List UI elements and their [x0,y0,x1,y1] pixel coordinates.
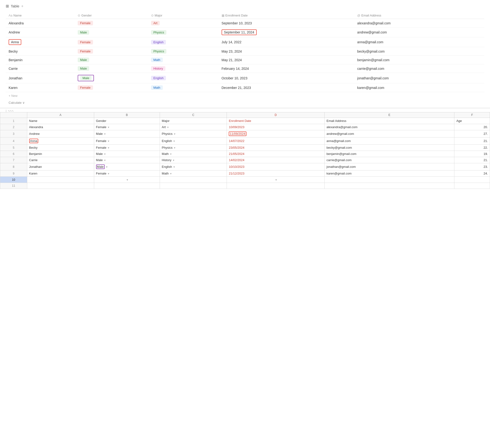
spreadsheet-cell-3-e[interactable]: andrew@gmail.com [324,130,454,137]
notion-cell-major[interactable]: Physics [148,47,219,56]
notion-cell-date[interactable]: December 21, 2023 [219,83,354,92]
spreadsheet-cell-2-e[interactable]: alexandra@gmail.com [324,124,454,130]
spreadsheet-cell-2-c[interactable]: Art▼ [160,124,227,130]
spreadsheet-cell-11-e[interactable] [324,183,454,189]
notion-cell-email[interactable]: becky@gmail.com [354,47,484,56]
notion-cell-email[interactable]: karen@gmail.com [354,83,484,92]
spreadsheet-cell-2-b[interactable]: Female▼ [94,124,160,130]
notion-cell-email[interactable]: jonathan@gmail.com [354,73,484,83]
notion-cell-major[interactable]: History [148,64,219,73]
spreadsheet-cell-10-e[interactable] [324,177,454,183]
notion-cell-date[interactable]: September 11, 2024 [219,27,354,37]
spreadsheet-cell-6-b[interactable]: Male▼ [94,151,160,157]
notion-cell-major[interactable]: Math [148,83,219,92]
spreadsheet-cell-4-a[interactable]: Anna [27,137,94,145]
spreadsheet-cell-10-a[interactable] [27,177,94,183]
spreadsheet-cell-8-f[interactable]: 23. [454,163,490,170]
notion-cell-major[interactable]: Math [148,56,219,64]
notion-cell-gender[interactable]: Male [75,27,148,37]
spreadsheet-cell-5-c[interactable]: Physics▼ [160,145,227,151]
spreadsheet-cell-4-f[interactable]: 21. [454,137,490,145]
spreadsheet-cell-5-f[interactable]: 22. [454,145,490,151]
spreadsheet-cell-6-a[interactable]: Benjamin [27,151,94,157]
spreadsheet-cell-7-b[interactable]: Male▼ [94,157,160,163]
spreadsheet-cell-1-c[interactable]: Major [160,118,227,124]
notion-cell-email[interactable]: andrew@gmail.com [354,27,484,37]
notion-cell-name[interactable]: Becky [6,47,75,56]
spreadsheet-cell-9-f[interactable]: 24. [454,170,490,177]
spreadsheet-cell-5-b[interactable]: Female▼ [94,145,160,151]
spreadsheet-cell-11-b[interactable] [94,183,160,189]
spreadsheet-cell-11-c[interactable] [160,183,227,189]
notion-cell-gender[interactable]: Male [75,56,148,64]
spreadsheet-cell-2-a[interactable]: Alexandra [27,124,94,130]
spreadsheet-cell-2-d[interactable]: 10/09/2023 [227,124,324,130]
notion-cell-date[interactable]: May 21, 2024 [219,56,354,64]
notion-cell-name[interactable]: Benjamin [6,56,75,64]
notion-cell-gender[interactable]: Male [75,73,148,83]
spreadsheet-cell-10-c[interactable] [160,177,227,183]
spreadsheet-cell-3-d[interactable]: 11/09/2024 [227,130,324,137]
spreadsheet-cell-5-a[interactable]: Becky [27,145,94,151]
notion-cell-major[interactable]: Art [148,19,219,27]
spreadsheet-cell-7-d[interactable]: 14/02/2024 [227,157,324,163]
add-table-button[interactable]: + [21,4,23,8]
notion-cell-name[interactable]: Carrie [6,64,75,73]
spreadsheet-cell-3-c[interactable]: Physics▼ [160,130,227,137]
spreadsheet-cell-11-f[interactable] [454,183,490,189]
spreadsheet-cell-6-e[interactable]: benjamin@gmail.com [324,151,454,157]
spreadsheet-cell-6-d[interactable]: 21/05/2024 [227,151,324,157]
spreadsheet-cell-1-b[interactable]: Gender [94,118,160,124]
spreadsheet-cell-10-b[interactable]: ▼ [94,177,160,183]
spreadsheet-cell-8-a[interactable]: Jonathan [27,163,94,170]
spreadsheet-cell-3-a[interactable]: Andrew [27,130,94,137]
calculate-button[interactable]: Calculate ∨ [6,99,484,106]
notion-cell-major[interactable]: Physics [148,27,219,37]
notion-cell-major[interactable]: English [148,37,219,47]
spreadsheet-cell-11-a[interactable] [27,183,94,189]
spreadsheet-cell-4-e[interactable]: anna@gmail.com [324,137,454,145]
spreadsheet-cell-9-b[interactable]: Female▼ [94,170,160,177]
spreadsheet-cell-6-c[interactable]: Math▼ [160,151,227,157]
spreadsheet-cell-7-e[interactable]: carrie@gmail.com [324,157,454,163]
spreadsheet-cell-2-f[interactable]: 20. [454,124,490,130]
spreadsheet-cell-4-c[interactable]: English▼ [160,137,227,145]
notion-cell-date[interactable]: May 23, 2024 [219,47,354,56]
notion-cell-gender[interactable]: Female [75,47,148,56]
spreadsheet-cell-4-b[interactable]: Female▼ [94,137,160,145]
spreadsheet-cell-1-d[interactable]: Enrollment Date [227,118,324,124]
spreadsheet-cell-8-c[interactable]: English▼ [160,163,227,170]
spreadsheet-cell-1-a[interactable]: Name [27,118,94,124]
spreadsheet-cell-8-b[interactable]: Male▼ [94,163,160,170]
notion-cell-gender[interactable]: Female [75,19,148,27]
notion-cell-major[interactable]: English [148,73,219,83]
spreadsheet-cell-3-f[interactable]: 27. [454,130,490,137]
notion-cell-email[interactable]: carrie@gmail.com [354,64,484,73]
spreadsheet-cell-7-a[interactable]: Carrie [27,157,94,163]
spreadsheet-cell-10-f[interactable] [454,177,490,183]
notion-cell-name[interactable]: Anna [6,37,75,47]
spreadsheet-cell-9-d[interactable]: 21/12/2023 [227,170,324,177]
notion-cell-name[interactable]: Alexandra [6,19,75,27]
spreadsheet-cell-7-c[interactable]: History▼ [160,157,227,163]
new-row-button[interactable]: + New [6,92,484,99]
notion-cell-date[interactable]: February 14, 2024 [219,64,354,73]
spreadsheet-cell-9-e[interactable]: karen@gmail.com [324,170,454,177]
spreadsheet-cell-3-b[interactable]: Male▼ [94,130,160,137]
notion-cell-date[interactable]: September 10, 2023 [219,19,354,27]
notion-cell-name[interactable]: Karen [6,83,75,92]
spreadsheet-cell-8-d[interactable]: 10/10/2023 [227,163,324,170]
notion-cell-date[interactable]: July 14, 2022 [219,37,354,47]
spreadsheet-cell-5-d[interactable]: 23/05/2024 [227,145,324,151]
spreadsheet-cell-11-d[interactable] [227,183,324,189]
spreadsheet-cell-8-e[interactable]: jonathan@gmail.com [324,163,454,170]
spreadsheet-cell-10-d[interactable]: ▼ [227,177,324,183]
notion-cell-email[interactable]: benjamin@gmail.com [354,56,484,64]
spreadsheet-cell-1-f[interactable]: Age [454,118,490,124]
spreadsheet-cell-6-f[interactable]: 19. [454,151,490,157]
notion-cell-email[interactable]: alexandra@gmail.com [354,19,484,27]
notion-cell-name[interactable]: Jonathan [6,73,75,83]
notion-cell-date[interactable]: October 10, 2023 [219,73,354,83]
spreadsheet-cell-9-a[interactable]: Karen [27,170,94,177]
notion-cell-email[interactable]: anna@gmail.com [354,37,484,47]
